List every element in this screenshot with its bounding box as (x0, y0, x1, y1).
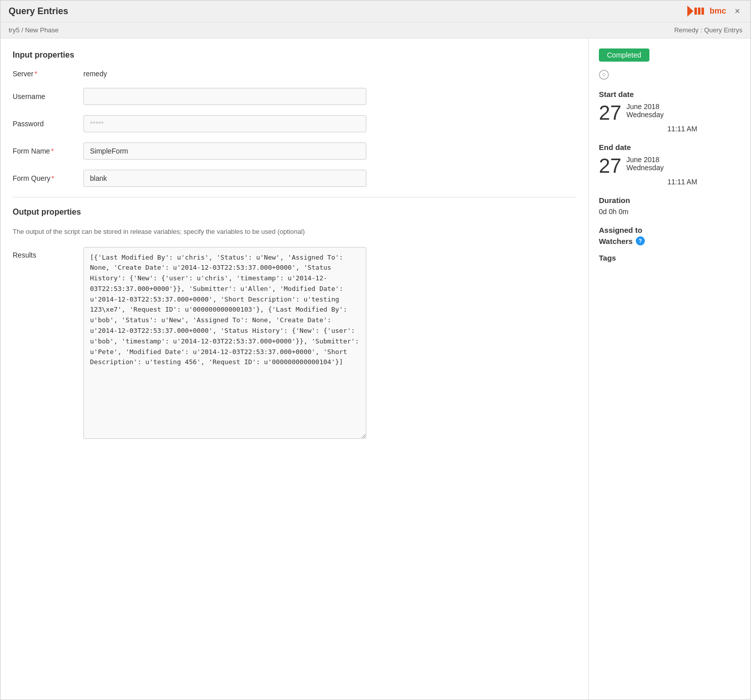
section-divider (13, 197, 576, 197)
right-panel: Completed Start date 27 June 2018 Wednes… (589, 38, 750, 699)
results-row: Results [{'Last Modified By': u'chris', … (13, 247, 576, 439)
title-bar-left: Query Entries (9, 6, 68, 17)
end-time: 11:11 AM (599, 178, 740, 186)
form-query-required-star: * (52, 174, 54, 182)
start-month: June 2018 (627, 103, 664, 111)
form-query-label: Form Query* (13, 174, 83, 182)
svg-marker-0 (687, 6, 693, 17)
start-date-label: Start date (599, 90, 740, 98)
tags-label: Tags (599, 254, 740, 262)
left-panel: Input properties Server* remedy Username… (1, 38, 589, 699)
main-window: Query Entries bmc × try5 / New Phase Rem… (0, 0, 751, 700)
assigned-to-label: Assigned to (599, 226, 740, 234)
watchers-label: Watchers ? (599, 236, 740, 245)
form-name-input[interactable] (83, 142, 366, 160)
bmc-text: bmc (710, 7, 726, 16)
breadcrumb-right: Remedy : Query Entrys (674, 26, 742, 34)
duration-section: Duration 0d 0h 0m (599, 196, 740, 216)
password-label: Password (13, 120, 83, 128)
svg-point-4 (599, 70, 608, 79)
password-input[interactable] (83, 115, 366, 132)
svg-rect-3 (701, 8, 704, 15)
end-date-section: End date 27 June 2018 Wednesday 11:11 AM (599, 143, 740, 186)
edit-icon[interactable] (599, 70, 609, 80)
server-required-star: * (34, 70, 37, 78)
form-name-required-star: * (51, 147, 54, 155)
tags-section: Tags (599, 254, 740, 262)
svg-rect-2 (698, 8, 700, 15)
title-bar: Query Entries bmc × (1, 1, 750, 22)
end-day: 27 (599, 156, 622, 176)
end-date-label: End date (599, 143, 740, 152)
end-month: June 2018 (627, 156, 664, 164)
server-value: remedy (83, 70, 107, 78)
output-properties-title: Output properties (13, 208, 576, 217)
start-date-row: 27 June 2018 Wednesday (599, 103, 740, 123)
breadcrumb-bar: try5 / New Phase Remedy : Query Entrys (1, 22, 750, 38)
results-textarea[interactable]: [{'Last Modified By': u'chris', 'Status'… (83, 247, 366, 439)
form-name-row: Form Name* (13, 142, 576, 160)
bmc-logo: bmc (687, 6, 726, 17)
assigned-section: Assigned to Watchers ? (599, 226, 740, 245)
password-row: Password (13, 115, 576, 132)
server-row: Server* remedy (13, 70, 576, 78)
watchers-help-icon[interactable]: ? (636, 236, 645, 245)
status-badge: Completed (599, 48, 649, 62)
start-weekday: Wednesday (627, 111, 664, 119)
svg-rect-1 (694, 8, 697, 15)
breadcrumb-left: try5 / New Phase (9, 26, 59, 34)
results-label: Results (13, 247, 83, 259)
main-content: Input properties Server* remedy Username… (1, 38, 750, 699)
bmc-logo-icon (687, 6, 708, 17)
form-query-input[interactable] (83, 170, 366, 187)
username-input[interactable] (83, 88, 366, 105)
page-title: Query Entries (9, 6, 68, 17)
output-description: The output of the script can be stored i… (13, 227, 576, 237)
duration-label: Duration (599, 196, 740, 205)
form-name-label: Form Name* (13, 147, 83, 155)
duration-value: 0d 0h 0m (599, 208, 740, 216)
end-weekday: Wednesday (627, 164, 664, 172)
username-label: Username (13, 92, 83, 101)
start-date-section: Start date 27 June 2018 Wednesday 11:11 … (599, 90, 740, 133)
form-query-row: Form Query* (13, 170, 576, 187)
end-month-day-container: June 2018 Wednesday (627, 156, 664, 172)
close-button[interactable]: × (732, 6, 742, 16)
start-time: 11:11 AM (599, 125, 740, 133)
end-date-row: 27 June 2018 Wednesday (599, 156, 740, 176)
start-month-day-container: June 2018 Wednesday (627, 103, 664, 119)
start-day: 27 (599, 103, 622, 123)
server-label: Server* (13, 70, 83, 78)
title-bar-right: bmc × (687, 6, 742, 17)
username-row: Username (13, 88, 576, 105)
input-properties-title: Input properties (13, 51, 576, 60)
